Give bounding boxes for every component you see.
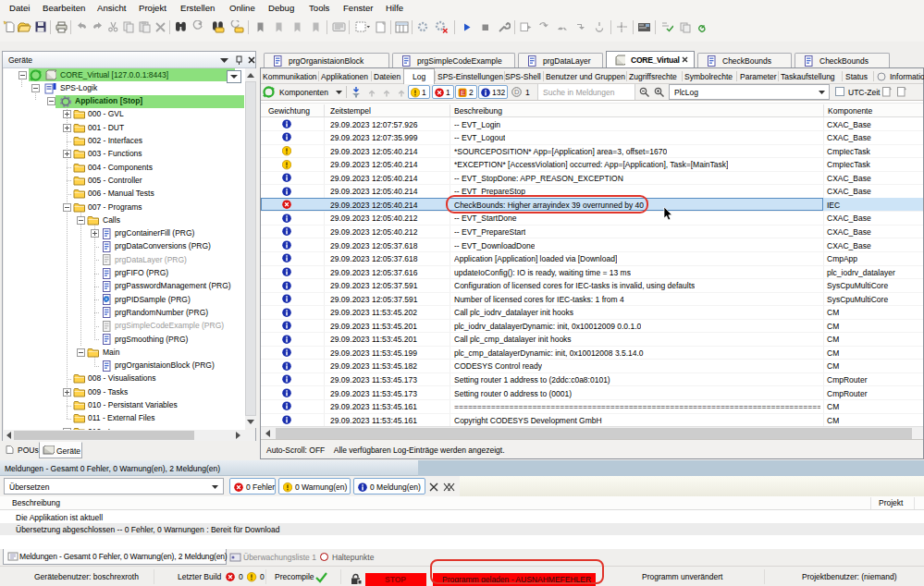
- svg-text:E: E: [461, 89, 465, 97]
- svg-text:D: D: [514, 88, 520, 96]
